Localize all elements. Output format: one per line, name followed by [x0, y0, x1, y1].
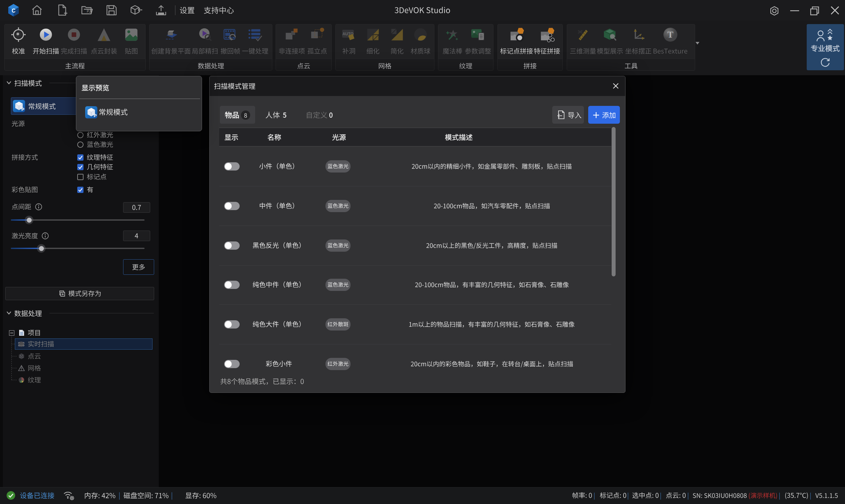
svg-text:C: C — [12, 8, 16, 14]
svg-text:P: P — [94, 113, 97, 118]
svg-text:P: P — [21, 107, 24, 112]
svg-text:T: T — [667, 30, 673, 40]
svg-text:PJ: PJ — [87, 10, 91, 13]
